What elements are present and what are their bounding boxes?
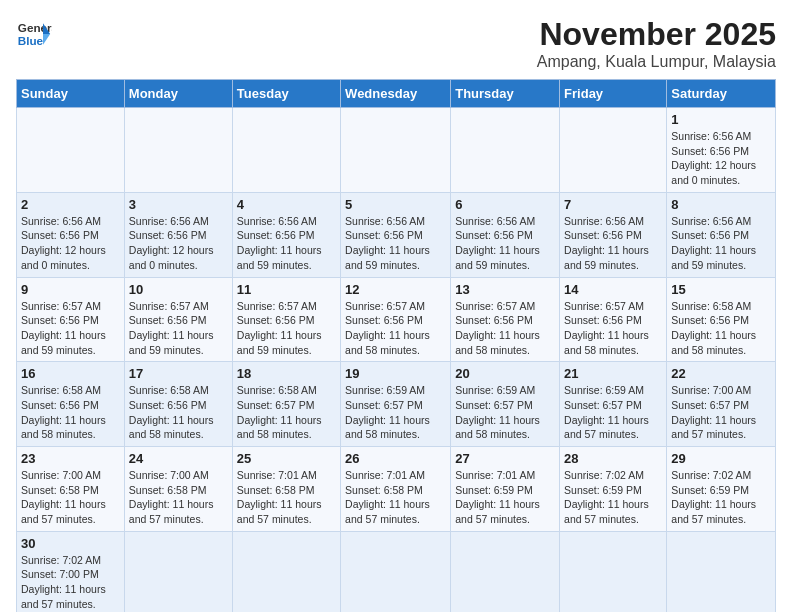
day-info: Sunrise: 6:58 AM Sunset: 6:56 PM Dayligh… [129,383,228,442]
calendar-cell [667,531,776,612]
day-number: 4 [237,197,336,212]
col-header-monday: Monday [124,80,232,108]
calendar-cell: 24Sunrise: 7:00 AM Sunset: 6:58 PM Dayli… [124,447,232,532]
calendar-cell [232,531,340,612]
day-number: 3 [129,197,228,212]
day-info: Sunrise: 6:57 AM Sunset: 6:56 PM Dayligh… [564,299,662,358]
calendar-cell: 17Sunrise: 6:58 AM Sunset: 6:56 PM Dayli… [124,362,232,447]
day-number: 1 [671,112,771,127]
day-number: 21 [564,366,662,381]
day-number: 18 [237,366,336,381]
day-number: 10 [129,282,228,297]
calendar-cell [341,108,451,193]
day-number: 26 [345,451,446,466]
calendar-cell: 20Sunrise: 6:59 AM Sunset: 6:57 PM Dayli… [451,362,560,447]
col-header-wednesday: Wednesday [341,80,451,108]
day-info: Sunrise: 7:02 AM Sunset: 6:59 PM Dayligh… [671,468,771,527]
day-number: 16 [21,366,120,381]
day-number: 15 [671,282,771,297]
title-area: November 2025 Ampang, Kuala Lumpur, Mala… [537,16,776,71]
day-number: 14 [564,282,662,297]
calendar-cell [124,108,232,193]
calendar-cell: 25Sunrise: 7:01 AM Sunset: 6:58 PM Dayli… [232,447,340,532]
day-info: Sunrise: 6:56 AM Sunset: 6:56 PM Dayligh… [345,214,446,273]
logo-icon: General Blue [16,16,52,52]
calendar-table: SundayMondayTuesdayWednesdayThursdayFrid… [16,79,776,612]
col-header-thursday: Thursday [451,80,560,108]
day-number: 25 [237,451,336,466]
calendar-cell: 30Sunrise: 7:02 AM Sunset: 7:00 PM Dayli… [17,531,125,612]
day-info: Sunrise: 6:57 AM Sunset: 6:56 PM Dayligh… [129,299,228,358]
svg-marker-3 [43,34,50,45]
calendar-cell [560,531,667,612]
day-info: Sunrise: 6:58 AM Sunset: 6:57 PM Dayligh… [237,383,336,442]
calendar-cell: 12Sunrise: 6:57 AM Sunset: 6:56 PM Dayli… [341,277,451,362]
calendar-cell: 4Sunrise: 6:56 AM Sunset: 6:56 PM Daylig… [232,192,340,277]
day-number: 20 [455,366,555,381]
day-info: Sunrise: 6:56 AM Sunset: 6:56 PM Dayligh… [455,214,555,273]
calendar-cell [451,108,560,193]
calendar-cell [451,531,560,612]
day-info: Sunrise: 7:02 AM Sunset: 7:00 PM Dayligh… [21,553,120,612]
day-info: Sunrise: 6:59 AM Sunset: 6:57 PM Dayligh… [345,383,446,442]
day-info: Sunrise: 6:56 AM Sunset: 6:56 PM Dayligh… [129,214,228,273]
calendar-cell: 15Sunrise: 6:58 AM Sunset: 6:56 PM Dayli… [667,277,776,362]
calendar-cell: 2Sunrise: 6:56 AM Sunset: 6:56 PM Daylig… [17,192,125,277]
calendar-cell: 26Sunrise: 7:01 AM Sunset: 6:58 PM Dayli… [341,447,451,532]
calendar-cell: 16Sunrise: 6:58 AM Sunset: 6:56 PM Dayli… [17,362,125,447]
calendar-cell: 3Sunrise: 6:56 AM Sunset: 6:56 PM Daylig… [124,192,232,277]
day-info: Sunrise: 7:00 AM Sunset: 6:57 PM Dayligh… [671,383,771,442]
day-info: Sunrise: 7:01 AM Sunset: 6:58 PM Dayligh… [345,468,446,527]
calendar-cell: 14Sunrise: 6:57 AM Sunset: 6:56 PM Dayli… [560,277,667,362]
day-number: 12 [345,282,446,297]
day-number: 27 [455,451,555,466]
month-title: November 2025 [537,16,776,53]
day-info: Sunrise: 6:56 AM Sunset: 6:56 PM Dayligh… [564,214,662,273]
day-number: 30 [21,536,120,551]
calendar-cell: 5Sunrise: 6:56 AM Sunset: 6:56 PM Daylig… [341,192,451,277]
calendar-cell [341,531,451,612]
calendar-cell [232,108,340,193]
calendar-cell: 9Sunrise: 6:57 AM Sunset: 6:56 PM Daylig… [17,277,125,362]
day-info: Sunrise: 6:56 AM Sunset: 6:56 PM Dayligh… [21,214,120,273]
calendar-cell: 10Sunrise: 6:57 AM Sunset: 6:56 PM Dayli… [124,277,232,362]
day-info: Sunrise: 6:57 AM Sunset: 6:56 PM Dayligh… [21,299,120,358]
day-number: 24 [129,451,228,466]
location-title: Ampang, Kuala Lumpur, Malaysia [537,53,776,71]
calendar-cell [124,531,232,612]
col-header-friday: Friday [560,80,667,108]
day-info: Sunrise: 7:01 AM Sunset: 6:58 PM Dayligh… [237,468,336,527]
day-number: 22 [671,366,771,381]
day-number: 2 [21,197,120,212]
calendar-cell: 21Sunrise: 6:59 AM Sunset: 6:57 PM Dayli… [560,362,667,447]
day-info: Sunrise: 6:58 AM Sunset: 6:56 PM Dayligh… [21,383,120,442]
day-number: 8 [671,197,771,212]
day-info: Sunrise: 6:59 AM Sunset: 6:57 PM Dayligh… [455,383,555,442]
day-info: Sunrise: 7:01 AM Sunset: 6:59 PM Dayligh… [455,468,555,527]
day-number: 13 [455,282,555,297]
day-number: 28 [564,451,662,466]
day-number: 9 [21,282,120,297]
day-number: 11 [237,282,336,297]
calendar-cell: 22Sunrise: 7:00 AM Sunset: 6:57 PM Dayli… [667,362,776,447]
day-info: Sunrise: 7:02 AM Sunset: 6:59 PM Dayligh… [564,468,662,527]
calendar-cell: 19Sunrise: 6:59 AM Sunset: 6:57 PM Dayli… [341,362,451,447]
col-header-sunday: Sunday [17,80,125,108]
day-info: Sunrise: 6:58 AM Sunset: 6:56 PM Dayligh… [671,299,771,358]
day-info: Sunrise: 6:56 AM Sunset: 6:56 PM Dayligh… [237,214,336,273]
day-number: 29 [671,451,771,466]
day-number: 19 [345,366,446,381]
day-info: Sunrise: 6:57 AM Sunset: 6:56 PM Dayligh… [237,299,336,358]
calendar-cell [17,108,125,193]
calendar-cell [560,108,667,193]
calendar-cell: 7Sunrise: 6:56 AM Sunset: 6:56 PM Daylig… [560,192,667,277]
day-number: 23 [21,451,120,466]
day-number: 5 [345,197,446,212]
day-number: 6 [455,197,555,212]
day-number: 7 [564,197,662,212]
calendar-cell: 8Sunrise: 6:56 AM Sunset: 6:56 PM Daylig… [667,192,776,277]
day-info: Sunrise: 7:00 AM Sunset: 6:58 PM Dayligh… [129,468,228,527]
calendar-cell: 11Sunrise: 6:57 AM Sunset: 6:56 PM Dayli… [232,277,340,362]
calendar-cell: 28Sunrise: 7:02 AM Sunset: 6:59 PM Dayli… [560,447,667,532]
day-info: Sunrise: 6:56 AM Sunset: 6:56 PM Dayligh… [671,129,771,188]
